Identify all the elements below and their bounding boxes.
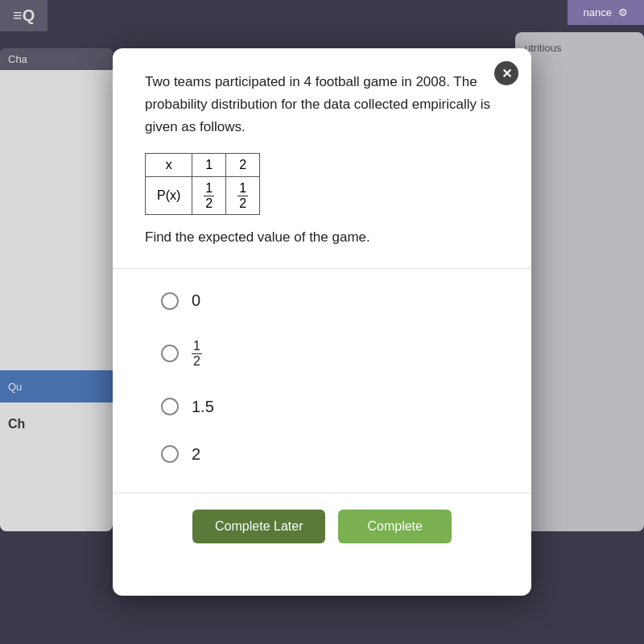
top-right-bar: nance ⚙: [568, 0, 644, 25]
table-px-header: P(x): [146, 177, 192, 215]
options-list: 0 1 2 1.5 2: [145, 291, 499, 463]
table-px-val-1: 1 2: [192, 177, 226, 215]
option-2[interactable]: 2: [161, 445, 483, 464]
fraction-display: 1 2: [192, 339, 202, 368]
divider-1: [113, 268, 531, 269]
table-px-val-2: 1 2: [226, 177, 260, 215]
option-label-2: 2: [192, 445, 200, 464]
frac-num: 1: [192, 339, 202, 354]
option-1.5[interactable]: 1.5: [161, 398, 483, 416]
option-label-half: 1 2: [192, 339, 202, 368]
cha-label: Cha: [0, 48, 113, 70]
table-x-val-1: 1: [192, 154, 226, 177]
gear-icon: ⚙: [618, 6, 628, 19]
eq-label: ≡Q: [0, 0, 47, 31]
option-half[interactable]: 1 2: [161, 339, 483, 368]
numerator-2: 1: [237, 181, 248, 196]
option-0[interactable]: 0: [161, 291, 483, 310]
probability-table: x 1 2 P(x) 1 2 1 2: [145, 153, 260, 215]
table-x-val-2: 2: [226, 154, 260, 177]
option-label-0: 0: [192, 291, 200, 310]
radio-2[interactable]: [161, 445, 179, 463]
question-modal: ✕ Two teams participated in 4 football g…: [113, 48, 531, 596]
bg-card-left: Cha Qu Ch: [0, 48, 113, 531]
numerator-1: 1: [204, 181, 214, 196]
complete-button[interactable]: Complete: [338, 510, 451, 543]
question-text: Two teams participated in 4 football gam…: [145, 71, 499, 138]
radio-1.5[interactable]: [161, 398, 179, 415]
fraction-half-2: 1 2: [237, 181, 248, 210]
footer-buttons: Complete Later Complete: [145, 510, 499, 543]
bg-card-right: utritious: [515, 32, 644, 531]
footer-divider: [113, 493, 531, 493]
qu-label: Qu: [0, 370, 113, 402]
radio-half[interactable]: [161, 345, 179, 362]
complete-later-button[interactable]: Complete Later: [192, 510, 325, 543]
s-label: s: [632, 378, 640, 395]
table-x-header: x: [146, 154, 192, 177]
find-text: Find the expected value of the game.: [145, 229, 499, 246]
close-button[interactable]: ✕: [494, 61, 518, 85]
denominator-2: 2: [237, 196, 248, 211]
nutritious-label: utritious: [515, 32, 644, 64]
frac-den: 2: [192, 354, 202, 369]
fraction-half-1: 1 2: [204, 181, 214, 210]
radio-0[interactable]: [161, 292, 179, 310]
option-label-1.5: 1.5: [192, 398, 214, 416]
denominator-1: 2: [204, 196, 214, 211]
ch2-label: Ch: [0, 411, 113, 438]
